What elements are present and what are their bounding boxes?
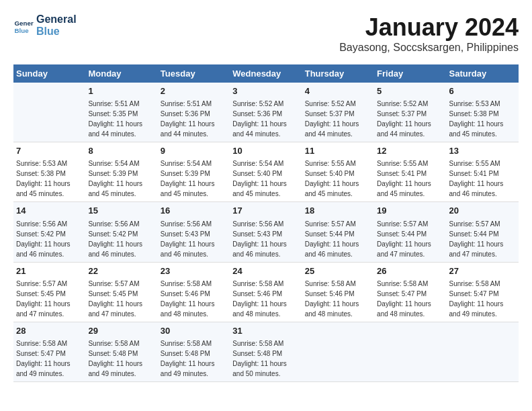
title-section: January 2024 Bayasong, Soccsksargen, Phi… [339,13,519,54]
cell-details: Sunrise: 5:54 AMSunset: 5:39 PMDaylight:… [88,160,142,197]
cell-details: Sunrise: 5:58 AMSunset: 5:47 PMDaylight:… [377,280,431,318]
calendar-cell: 14Sunrise: 5:56 AMSunset: 5:42 PMDayligh… [13,202,85,262]
cell-details: Sunrise: 5:52 AMSunset: 5:37 PMDaylight:… [377,100,431,138]
calendar-cell: 19Sunrise: 5:57 AMSunset: 5:44 PMDayligh… [374,202,446,262]
calendar-cell: 8Sunrise: 5:54 AMSunset: 5:39 PMDaylight… [85,142,157,202]
cell-details: Sunrise: 5:57 AMSunset: 5:44 PMDaylight:… [377,220,431,258]
svg-text:General: General [15,19,34,27]
calendar-cell: 5Sunrise: 5:52 AMSunset: 5:37 PMDaylight… [374,83,446,142]
day-number: 6 [449,85,516,97]
svg-text:Blue: Blue [15,27,30,34]
day-number: 29 [88,325,154,337]
day-number: 14 [16,205,83,217]
cell-details: Sunrise: 5:52 AMSunset: 5:37 PMDaylight:… [305,100,359,138]
calendar-cell: 9Sunrise: 5:54 AMSunset: 5:39 PMDaylight… [158,142,230,202]
calendar-cell [374,322,446,381]
day-number: 25 [305,265,371,277]
month-title: January 2024 [339,13,519,42]
calendar-cell: 11Sunrise: 5:55 AMSunset: 5:40 PMDayligh… [302,142,374,202]
calendar-cell: 26Sunrise: 5:58 AMSunset: 5:47 PMDayligh… [374,262,446,322]
calendar-cell: 20Sunrise: 5:57 AMSunset: 5:44 PMDayligh… [447,202,519,262]
calendar-cell: 7Sunrise: 5:53 AMSunset: 5:38 PMDaylight… [13,142,85,202]
cell-details: Sunrise: 5:57 AMSunset: 5:44 PMDaylight:… [449,220,504,258]
calendar-cell: 25Sunrise: 5:58 AMSunset: 5:46 PMDayligh… [302,262,374,322]
day-number: 20 [449,205,516,217]
calendar-cell [302,322,374,381]
day-number: 11 [305,145,371,157]
calendar-cell [447,322,519,381]
cell-details: Sunrise: 5:58 AMSunset: 5:48 PMDaylight:… [161,340,215,377]
cell-details: Sunrise: 5:53 AMSunset: 5:38 PMDaylight:… [16,160,71,197]
location-title: Bayasong, Soccsksargen, Philippines [339,42,519,54]
weekday-header: Monday [85,64,157,83]
day-number: 23 [161,265,227,277]
cell-details: Sunrise: 5:56 AMSunset: 5:42 PMDaylight:… [88,220,142,258]
calendar-cell: 21Sunrise: 5:57 AMSunset: 5:45 PMDayligh… [13,262,85,322]
cell-details: Sunrise: 5:56 AMSunset: 5:43 PMDaylight:… [232,220,287,258]
cell-details: Sunrise: 5:58 AMSunset: 5:48 PMDaylight:… [88,340,142,377]
cell-details: Sunrise: 5:58 AMSunset: 5:47 PMDaylight:… [449,280,504,318]
day-number: 16 [161,205,227,217]
day-number: 5 [377,85,443,97]
calendar-table: SundayMondayTuesdayWednesdayThursdayFrid… [13,64,519,382]
calendar-cell: 18Sunrise: 5:57 AMSunset: 5:44 PMDayligh… [302,202,374,262]
day-number: 18 [305,205,371,217]
logo-line1: General [36,13,77,26]
calendar-cell: 2Sunrise: 5:51 AMSunset: 5:36 PMDaylight… [158,83,230,142]
cell-details: Sunrise: 5:55 AMSunset: 5:41 PMDaylight:… [377,160,431,197]
cell-details: Sunrise: 5:54 AMSunset: 5:39 PMDaylight:… [161,160,215,197]
calendar-cell: 12Sunrise: 5:55 AMSunset: 5:41 PMDayligh… [374,142,446,202]
calendar-week-row: 28Sunrise: 5:58 AMSunset: 5:47 PMDayligh… [13,322,519,381]
weekday-header: Tuesday [158,64,230,83]
calendar-week-row: 21Sunrise: 5:57 AMSunset: 5:45 PMDayligh… [13,262,519,322]
cell-details: Sunrise: 5:51 AMSunset: 5:35 PMDaylight:… [88,100,142,138]
cell-details: Sunrise: 5:52 AMSunset: 5:36 PMDaylight:… [232,100,287,138]
calendar-body: 1Sunrise: 5:51 AMSunset: 5:35 PMDaylight… [13,83,519,381]
day-number: 22 [88,265,154,277]
calendar-cell: 29Sunrise: 5:58 AMSunset: 5:48 PMDayligh… [85,322,157,381]
day-number: 17 [232,205,299,217]
cell-details: Sunrise: 5:54 AMSunset: 5:40 PMDaylight:… [232,160,287,197]
logo-line2: Blue [36,26,77,38]
calendar-cell: 27Sunrise: 5:58 AMSunset: 5:47 PMDayligh… [447,262,519,322]
cell-details: Sunrise: 5:58 AMSunset: 5:46 PMDaylight:… [232,280,287,318]
day-number: 24 [232,265,299,277]
weekday-header: Saturday [447,64,519,83]
calendar-cell: 30Sunrise: 5:58 AMSunset: 5:48 PMDayligh… [158,322,230,381]
day-number: 30 [161,325,227,337]
day-number: 27 [449,265,516,277]
calendar-cell [13,83,85,142]
day-number: 26 [377,265,443,277]
cell-details: Sunrise: 5:57 AMSunset: 5:45 PMDaylight:… [16,280,71,318]
calendar-cell: 15Sunrise: 5:56 AMSunset: 5:42 PMDayligh… [85,202,157,262]
cell-details: Sunrise: 5:58 AMSunset: 5:48 PMDaylight:… [232,340,287,377]
cell-details: Sunrise: 5:55 AMSunset: 5:41 PMDaylight:… [449,160,504,197]
day-number: 15 [88,205,154,217]
weekday-header: Sunday [13,64,85,83]
day-number: 21 [16,265,83,277]
calendar-cell: 24Sunrise: 5:58 AMSunset: 5:46 PMDayligh… [230,262,302,322]
logo: General Blue General Blue [13,13,77,38]
calendar-header-row: SundayMondayTuesdayWednesdayThursdayFrid… [13,64,519,83]
cell-details: Sunrise: 5:57 AMSunset: 5:45 PMDaylight:… [88,280,142,318]
weekday-header: Wednesday [230,64,302,83]
calendar-week-row: 1Sunrise: 5:51 AMSunset: 5:35 PMDaylight… [13,83,519,142]
weekday-header: Friday [374,64,446,83]
cell-details: Sunrise: 5:55 AMSunset: 5:40 PMDaylight:… [305,160,359,197]
calendar-week-row: 14Sunrise: 5:56 AMSunset: 5:42 PMDayligh… [13,202,519,262]
calendar-cell: 6Sunrise: 5:53 AMSunset: 5:38 PMDaylight… [447,83,519,142]
weekday-header: Thursday [302,64,374,83]
cell-details: Sunrise: 5:58 AMSunset: 5:47 PMDaylight:… [16,340,71,377]
calendar-cell: 1Sunrise: 5:51 AMSunset: 5:35 PMDaylight… [85,83,157,142]
day-number: 28 [16,325,83,337]
calendar-cell: 23Sunrise: 5:58 AMSunset: 5:46 PMDayligh… [158,262,230,322]
calendar-cell: 16Sunrise: 5:56 AMSunset: 5:43 PMDayligh… [158,202,230,262]
cell-details: Sunrise: 5:51 AMSunset: 5:36 PMDaylight:… [161,100,215,138]
day-number: 31 [232,325,299,337]
cell-details: Sunrise: 5:58 AMSunset: 5:46 PMDaylight:… [161,280,215,318]
cell-details: Sunrise: 5:56 AMSunset: 5:43 PMDaylight:… [161,220,215,258]
day-number: 12 [377,145,443,157]
day-number: 9 [161,145,227,157]
cell-details: Sunrise: 5:58 AMSunset: 5:46 PMDaylight:… [305,280,359,318]
day-number: 13 [449,145,516,157]
